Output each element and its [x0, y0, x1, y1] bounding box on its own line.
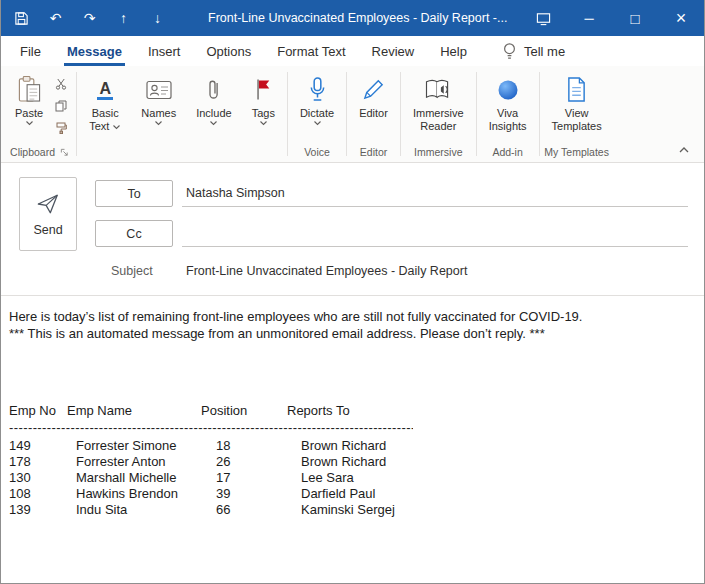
send-label: Send — [33, 223, 62, 237]
minimize-button[interactable]: ─ — [566, 0, 612, 36]
viva-insights-icon — [496, 74, 520, 105]
col-header-emp-no: Emp No — [9, 403, 67, 419]
cell-emp-name: Hawkins Brendon — [76, 486, 216, 502]
group-label-text: Immersive — [414, 146, 462, 158]
message-body-editor[interactable]: Here is today’s list of remaining front-… — [1, 296, 704, 583]
ribbon-group-addin: Viva Insights Add-in — [479, 66, 537, 162]
window-title: Front-Line Unvaccinated Employees - Dail… — [208, 11, 520, 25]
editor-pen-icon — [361, 74, 386, 105]
addin-group-label: Add-in — [479, 145, 537, 162]
chevron-down-icon — [25, 120, 34, 126]
ribbon-group-include: Include — [186, 66, 241, 162]
window-preview-icon[interactable] — [520, 0, 566, 36]
tab-insert[interactable]: Insert — [135, 36, 194, 66]
tab-options[interactable]: Options — [193, 36, 264, 66]
move-up-icon[interactable]: ↑ — [115, 10, 132, 27]
group-separator — [346, 72, 347, 156]
group-separator — [539, 72, 540, 156]
collapse-ribbon-icon[interactable] — [672, 141, 696, 159]
tags-button[interactable]: Tags — [245, 71, 282, 129]
dictate-label: Dictate — [300, 107, 334, 120]
my-templates-group-label: My Templates — [542, 145, 612, 162]
dictate-button[interactable]: Dictate — [293, 71, 341, 129]
editor-label: Editor — [359, 107, 388, 120]
move-down-icon[interactable]: ↓ — [149, 10, 166, 27]
employee-table: Emp No Emp Name Position Reports To ----… — [9, 403, 692, 518]
group-separator — [287, 72, 288, 156]
view-templates-label: View — [565, 107, 589, 120]
send-plane-icon — [35, 192, 61, 216]
group-label-text: Voice — [304, 146, 330, 158]
tab-file[interactable]: File — [7, 36, 54, 66]
cell-position: 26 — [216, 454, 301, 470]
tab-review[interactable]: Review — [359, 36, 428, 66]
body-paragraph-1: Here is today’s list of remaining front-… — [9, 308, 692, 325]
table-row: 139 Indu Sita 66 Kaminski Sergej — [9, 502, 692, 518]
chevron-down-icon — [209, 120, 218, 126]
viva-insights-label2: Insights — [489, 120, 527, 133]
cell-emp-no: 178 — [9, 454, 76, 470]
table-divider: ----------------------------------------… — [9, 420, 413, 436]
flag-icon — [254, 74, 272, 105]
include-button[interactable]: Include — [189, 71, 238, 129]
immersive-reader-button[interactable]: Immersive Reader — [406, 71, 471, 136]
table-row: 149 Forrester Simone 18 Brown Richard — [9, 438, 692, 454]
dialog-launcher-icon[interactable] — [60, 148, 69, 157]
copy-icon[interactable] — [51, 96, 71, 115]
editor-button[interactable]: Editor — [352, 71, 395, 123]
table-row: 130 Marshall Michelle 17 Lee Sara — [9, 470, 692, 486]
to-value: Natasha Simpson — [186, 186, 285, 200]
format-painter-icon[interactable] — [51, 118, 71, 137]
immersive-reader-label: Immersive — [413, 107, 464, 120]
maximize-button[interactable]: □ — [612, 0, 658, 36]
paste-label: Paste — [15, 107, 43, 120]
table-header-row: Emp No Emp Name Position Reports To — [9, 403, 692, 419]
tab-help[interactable]: Help — [427, 36, 480, 66]
tab-message[interactable]: Message — [54, 36, 135, 66]
tab-format-text[interactable]: Format Text — [264, 36, 358, 66]
ribbon-group-clipboard: Paste Clipboard — [5, 66, 74, 162]
basic-text-button[interactable]: A Basic Text — [82, 71, 128, 136]
to-button[interactable]: To — [95, 180, 173, 207]
window-controls: ─ □ × — [520, 0, 704, 36]
ribbon-group-voice: Dictate Voice — [290, 66, 344, 162]
chevron-down-icon — [154, 120, 163, 126]
viva-insights-button[interactable]: Viva Insights — [482, 71, 534, 136]
microphone-icon — [308, 74, 327, 105]
immersive-group-label: Immersive — [403, 145, 474, 162]
send-button[interactable]: Send — [19, 177, 77, 251]
subject-field[interactable]: Front-Line Unvaccinated Employees - Dail… — [186, 264, 467, 278]
voice-group-label: Voice — [290, 145, 344, 162]
cell-reports-to: Brown Richard — [301, 438, 386, 454]
lightbulb-icon — [502, 42, 517, 61]
to-field[interactable]: Natasha Simpson — [182, 180, 688, 207]
ribbon-group-tags: Tags — [242, 66, 285, 162]
cell-reports-to: Lee Sara — [301, 470, 354, 486]
names-button[interactable]: Names — [134, 71, 183, 129]
group-label-text: Editor — [360, 146, 387, 158]
cut-icon[interactable] — [51, 74, 71, 93]
quick-access-toolbar: ↶ ↷ ↑ ↓ — [1, 10, 166, 27]
clipboard-group-label: Clipboard — [5, 145, 74, 162]
view-templates-button[interactable]: View Templates — [545, 71, 609, 136]
include-label: Include — [196, 107, 231, 120]
close-button[interactable]: × — [658, 0, 704, 36]
cell-reports-to: Darfield Paul — [301, 486, 375, 502]
cell-position: 66 — [216, 502, 301, 518]
viva-insights-label: Viva — [497, 107, 518, 120]
ribbon-group-editor: Editor Editor — [349, 66, 398, 162]
redo-icon[interactable]: ↷ — [81, 10, 98, 27]
clipboard-small-buttons — [51, 71, 71, 137]
undo-icon[interactable]: ↶ — [47, 10, 64, 27]
cell-emp-no: 149 — [9, 438, 76, 454]
cc-field[interactable] — [182, 220, 688, 247]
cell-emp-no: 139 — [9, 502, 76, 518]
save-icon[interactable] — [13, 10, 30, 27]
cell-reports-to: Kaminski Sergej — [301, 502, 395, 518]
paste-button[interactable]: Paste — [8, 71, 50, 129]
compose-header: Send To Natasha Simpson Cc Subject Front… — [1, 163, 704, 296]
tell-me[interactable]: Tell me — [502, 36, 565, 66]
ribbon-group-immersive: Immersive Reader Immersive — [403, 66, 474, 162]
group-separator — [476, 72, 477, 156]
cc-button[interactable]: Cc — [95, 220, 173, 247]
